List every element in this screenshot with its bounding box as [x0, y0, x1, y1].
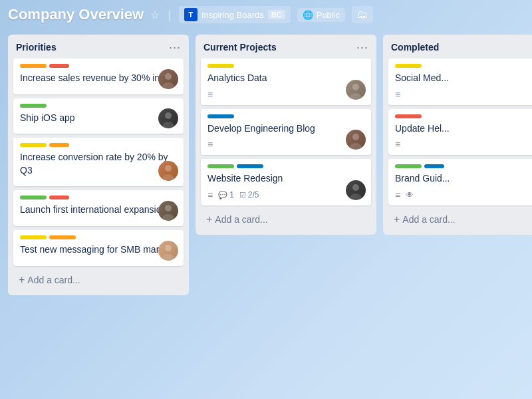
- card-footer-c7: [207, 139, 364, 150]
- card-footer-c11: 👁: [395, 190, 532, 200]
- archive-button[interactable]: 🗂: [352, 6, 373, 23]
- visibility-label: Public: [317, 10, 340, 20]
- label-yellow: [395, 64, 422, 68]
- add-card-button-completed[interactable]: + Add a card...: [388, 209, 532, 229]
- label-green: [207, 164, 234, 168]
- workspace-name: Inspiring Boards: [201, 10, 264, 20]
- column-menu-priorities[interactable]: ···: [169, 41, 181, 53]
- card-labels-c11: [395, 164, 532, 168]
- card-title-c6: Analytics Data: [207, 72, 364, 85]
- star-icon[interactable]: ☆: [150, 9, 160, 21]
- checklist-icon: [239, 190, 246, 200]
- avatar-c2: [158, 108, 178, 128]
- plus-icon: +: [206, 213, 212, 225]
- description-icon: [207, 89, 213, 100]
- label-yellow: [207, 64, 234, 68]
- card-labels-c2: [20, 104, 177, 108]
- card-c2[interactable]: Ship iOS app: [13, 98, 184, 134]
- avatar-c4: [158, 201, 178, 221]
- watch-icon: 👁: [406, 190, 414, 200]
- description-icon: [395, 190, 400, 200]
- avatar-face: [346, 180, 366, 200]
- visibility-badge[interactable]: 🌐 Public: [297, 8, 345, 22]
- svg-point-3: [162, 122, 174, 128]
- add-card-button-priorities[interactable]: + Add a card...: [13, 270, 184, 290]
- avatar-c1: [158, 69, 178, 89]
- avatar-face: [158, 241, 178, 261]
- card-c7[interactable]: Develop Engineering Blog: [201, 109, 371, 156]
- avatar-c8: [346, 180, 366, 200]
- column-current-projects: Current Projects···Analytics Data Develo…: [196, 35, 376, 235]
- column-title-completed: Completed: [391, 42, 439, 53]
- card-c1[interactable]: Increase sales revenue by 30% in Q3: [13, 59, 184, 94]
- svg-point-12: [352, 134, 359, 140]
- card-footer-c10: [395, 139, 532, 150]
- label-orange: [49, 143, 69, 147]
- card-c3[interactable]: Increase conversion rate by 20% by Q3: [13, 138, 184, 186]
- label-yellow: [20, 235, 47, 239]
- description-icon: [395, 89, 400, 100]
- svg-point-15: [350, 194, 362, 200]
- avatar-c7: [346, 130, 366, 150]
- card-meta-c7: [207, 139, 213, 150]
- card-c5[interactable]: Test new messaging for SMB market: [13, 230, 184, 266]
- card-c6[interactable]: Analytics Data: [201, 59, 371, 105]
- svg-point-11: [350, 93, 362, 100]
- avatar-face: [346, 130, 366, 150]
- avatar-face: [346, 80, 366, 100]
- card-labels-c8: [207, 164, 364, 168]
- plus-icon: +: [19, 274, 25, 286]
- card-c4[interactable]: Launch first international expansion: [13, 190, 184, 226]
- label-orange: [20, 64, 47, 68]
- card-labels-c7: [207, 114, 364, 118]
- label-orange: [49, 235, 76, 239]
- card-title-c9: Social Med...: [395, 72, 532, 85]
- card-c9[interactable]: Social Med...: [388, 59, 532, 105]
- card-meta-c10: [395, 139, 400, 150]
- column-title-current-projects: Current Projects: [203, 42, 277, 53]
- column-priorities: Priorities···Increase sales revenue by 3…: [8, 35, 189, 295]
- add-card-label: Add a card...: [402, 214, 455, 225]
- description-icon: [207, 139, 213, 150]
- card-meta-c8: 1 2/5: [207, 190, 259, 200]
- svg-point-7: [162, 214, 174, 221]
- card-title-c1: Increase sales revenue by 30% in Q3: [20, 72, 177, 85]
- card-labels-c10: [395, 114, 532, 118]
- card-meta-c9: [395, 89, 400, 100]
- checklist-count: 2/5: [239, 190, 259, 200]
- label-red: [395, 114, 422, 118]
- svg-point-10: [352, 84, 359, 90]
- workspace-badge-label: BC: [268, 10, 285, 19]
- card-footer-c6: [207, 89, 364, 100]
- label-blue: [237, 164, 263, 168]
- card-c8[interactable]: Website Redesign 1 2/5: [201, 159, 371, 205]
- globe-icon: 🌐: [303, 10, 313, 20]
- column-header-completed: Completed···: [388, 40, 532, 55]
- description-icon: [207, 190, 213, 200]
- avatar-face: [158, 161, 178, 181]
- svg-point-4: [165, 165, 172, 172]
- card-c10[interactable]: Update Hel...: [388, 109, 532, 156]
- card-title-c11: Brand Guid...: [395, 172, 532, 186]
- svg-point-5: [162, 174, 174, 181]
- card-labels-c1: [20, 64, 177, 68]
- workspace-icon: T: [184, 8, 198, 21]
- card-labels-c9: [395, 64, 532, 68]
- card-meta-c6: [207, 89, 213, 100]
- description-icon: [395, 139, 400, 150]
- add-card-button-current-projects[interactable]: + Add a card...: [201, 209, 371, 229]
- add-card-label: Add a card...: [215, 214, 267, 225]
- column-menu-current-projects[interactable]: ···: [356, 41, 368, 53]
- workspace-badge[interactable]: T Inspiring Boards BC: [179, 6, 291, 23]
- card-title-c4: Launch first international expansion: [20, 203, 177, 217]
- column-completed: Completed···Social Med...Update Hel...Br…: [383, 35, 532, 235]
- avatar-c6: [346, 80, 366, 100]
- avatar-face: [158, 69, 178, 89]
- card-title-c10: Update Hel...: [395, 122, 532, 136]
- label-blue: [207, 114, 234, 118]
- svg-point-6: [165, 205, 172, 211]
- card-labels-c6: [207, 64, 364, 68]
- avatar-face: [158, 201, 178, 221]
- card-title-c2: Ship iOS app: [20, 112, 177, 125]
- card-c11[interactable]: Brand Guid...👁: [388, 159, 532, 205]
